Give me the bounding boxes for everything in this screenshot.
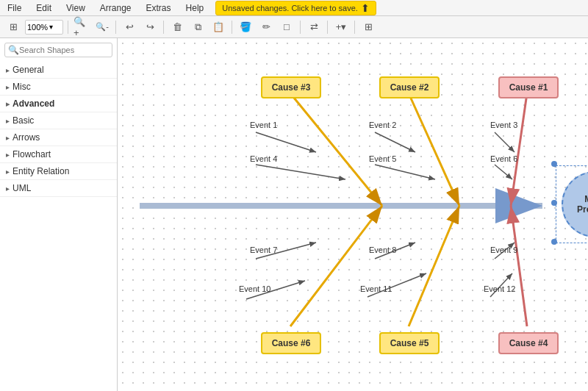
save-banner-text: Unsaved changes. Click here to save. [222, 4, 358, 12]
sidebar-item-basic[interactable]: ▸ Basic [0, 112, 117, 129]
redo-btn[interactable]: ↪ [141, 19, 159, 35]
menu-extras[interactable]: Extras [143, 1, 174, 15]
cause-3-box[interactable]: Cause #3 [261, 76, 321, 98]
arrow-icon: ▸ [6, 151, 10, 159]
sidebar-label: Basic [12, 115, 34, 126]
grid-btn[interactable]: ⊞ [4, 19, 22, 35]
main-problem-circle[interactable]: MainProblem [562, 171, 588, 237]
event-12-label: Event 12 [484, 284, 515, 293]
arrow-icon: ▸ [6, 117, 10, 125]
sidebar-item-arrows[interactable]: ▸ Arrows [0, 129, 117, 146]
save-banner[interactable]: Unsaved changes. Click here to save. ⬆ [215, 1, 376, 15]
separator-2 [115, 21, 116, 34]
event-2-label: Event 2 [369, 121, 396, 129]
event-10-label: Event 10 [239, 284, 270, 293]
search-icon: 🔍 [8, 45, 19, 55]
menu-file[interactable]: File [4, 1, 24, 15]
separator-3 [163, 21, 164, 34]
cause-1-label-text: Cause #1 [509, 82, 548, 93]
copy-btn[interactable]: ⧉ [189, 19, 207, 35]
sidebar-label: UML [12, 183, 31, 193]
sidebar-label: Entity Relation [12, 166, 69, 176]
svg-line-10 [375, 165, 435, 179]
paste-btn[interactable]: 📋 [209, 19, 227, 35]
sidebar-label: Arrows [12, 132, 40, 143]
svg-line-12 [495, 132, 514, 152]
svg-line-5 [290, 93, 382, 206]
cause-5-label: Cause #5 [390, 338, 429, 348]
arrow-icon: ▸ [6, 66, 10, 74]
sidebar-label: Misc [12, 82, 31, 92]
cause-5-box[interactable]: Cause #5 [379, 332, 440, 354]
sidebar-label: Advanced [12, 98, 54, 109]
search-box[interactable]: 🔍 [4, 43, 112, 57]
event-1-label: Event 1 [250, 121, 277, 129]
sidebar: 🔍 ▸ General ▸ Misc ▸ Advanced ▸ Basic ▸ … [0, 38, 118, 391]
sidebar-item-advanced[interactable]: ▸ Advanced [0, 96, 117, 112]
arrow-icon: ▸ [6, 184, 10, 193]
event-5-label: Event 5 [369, 154, 396, 163]
event-6-label: Event 6 [490, 154, 517, 163]
separator-4 [232, 21, 232, 34]
canvas[interactable]: Cause #3 Cause #2 Cause #3 Cause #1 Caus… [118, 38, 588, 391]
shape-btn[interactable]: □ [278, 19, 295, 35]
save-icon: ⬆ [361, 2, 370, 14]
handle-ml[interactable] [551, 200, 557, 206]
zoom-select[interactable]: 100%▾ [25, 20, 63, 35]
arrow-icon: ▸ [6, 100, 10, 108]
main-problem-label: MainProblem [577, 194, 588, 215]
sidebar-item-general[interactable]: ▸ General [0, 62, 117, 79]
sidebar-label: General [12, 65, 44, 75]
separator-5 [300, 21, 301, 34]
table-btn[interactable]: ⊞ [359, 19, 377, 35]
arrow-icon: ▸ [6, 168, 10, 176]
sidebar-label: Flowchart [12, 149, 51, 159]
cause-6-box[interactable]: Cause #6 [261, 332, 321, 354]
add-btn[interactable]: +▾ [332, 19, 350, 35]
svg-line-13 [495, 165, 512, 179]
handle-bl[interactable] [551, 239, 557, 245]
arrow-icon: ▸ [6, 134, 10, 142]
undo-btn[interactable]: ↩ [121, 19, 138, 35]
svg-line-8 [409, 93, 459, 206]
separator-1 [68, 21, 68, 34]
svg-line-9 [375, 132, 415, 152]
cause-4-label: Cause #4 [509, 338, 548, 348]
search-input[interactable] [19, 46, 109, 54]
sidebar-item-misc[interactable]: ▸ Misc [0, 79, 117, 96]
delete-btn[interactable]: 🗑 [168, 19, 186, 35]
event-8-label: Event 8 [369, 245, 396, 254]
cause-1-box[interactable]: Cause #3 Cause #1 [498, 76, 559, 98]
arrow-icon: ▸ [6, 83, 10, 91]
menu-help[interactable]: Help [183, 1, 207, 15]
svg-line-11 [511, 93, 527, 206]
menu-edit[interactable]: Edit [33, 1, 54, 15]
svg-line-14 [290, 206, 382, 326]
fill-btn[interactable]: 🪣 [237, 19, 254, 35]
svg-line-20 [511, 206, 527, 326]
event-4-label: Event 4 [250, 154, 277, 163]
zoom-in-btn[interactable]: 🔍+ [73, 19, 90, 35]
sidebar-item-flowchart[interactable]: ▸ Flowchart [0, 146, 117, 163]
handle-tl[interactable] [551, 161, 557, 167]
cause-2-box[interactable]: Cause #2 [379, 76, 440, 98]
event-9-label: Event 9 [490, 245, 517, 254]
event-11-label: Event 11 [360, 284, 392, 293]
line-btn[interactable]: ✏ [257, 19, 275, 35]
separator-6 [327, 21, 328, 34]
separator-7 [354, 21, 355, 34]
menu-arrange[interactable]: Arrange [97, 1, 135, 15]
cause-6-label: Cause #6 [272, 338, 311, 348]
cause-4-box[interactable]: Cause #4 [498, 332, 559, 354]
zoom-out-btn[interactable]: 🔍- [93, 19, 111, 35]
svg-line-17 [409, 206, 459, 326]
sidebar-item-uml[interactable]: ▸ UML [0, 180, 117, 197]
cause-3-label: Cause #3 [272, 82, 311, 93]
menu-view[interactable]: View [63, 1, 88, 15]
toolbar: ⊞ 100%▾ 🔍+ 🔍- ↩ ↪ 🗑 ⧉ 📋 🪣 ✏ □ ⇄ +▾ ⊞ [0, 16, 588, 38]
event-7-label: Event 7 [250, 245, 277, 254]
sidebar-item-entity[interactable]: ▸ Entity Relation [0, 163, 117, 180]
main-area: 🔍 ▸ General ▸ Misc ▸ Advanced ▸ Basic ▸ … [0, 38, 588, 391]
svg-line-6 [256, 132, 316, 152]
connect-btn[interactable]: ⇄ [305, 19, 323, 35]
